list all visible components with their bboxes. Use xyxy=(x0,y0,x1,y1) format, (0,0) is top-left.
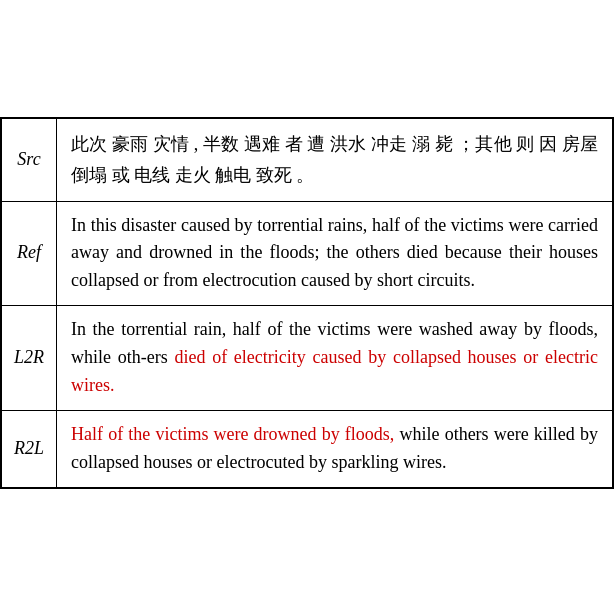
table-row: RefIn this disaster caused by torrential… xyxy=(1,201,613,306)
row-label-text-ref: Ref xyxy=(17,242,41,262)
row-label-text-l2r: L2R xyxy=(14,347,44,367)
row-content-ref: In this disaster caused by torrential ra… xyxy=(57,201,613,306)
row-label-l2r: L2R xyxy=(1,306,57,411)
row-label-text-src: Src xyxy=(17,149,40,169)
table-row: Src此次 豪雨 灾情 , 半数 遇难 者 遭 洪水 冲走 溺 毙 ；其他 则 … xyxy=(1,118,613,201)
main-table-container: Src此次 豪雨 灾情 , 半数 遇难 者 遭 洪水 冲走 溺 毙 ；其他 则 … xyxy=(0,117,614,488)
row-content-src: 此次 豪雨 灾情 , 半数 遇难 者 遭 洪水 冲走 溺 毙 ；其他 则 因 房… xyxy=(57,118,613,201)
row-label-ref: Ref xyxy=(1,201,57,306)
row-label-text-r2l: R2L xyxy=(14,438,44,458)
comparison-table: Src此次 豪雨 灾情 , 半数 遇难 者 遭 洪水 冲走 溺 毙 ；其他 则 … xyxy=(0,117,614,488)
row-label-r2l: R2L xyxy=(1,410,57,487)
row-label-src: Src xyxy=(1,118,57,201)
row-content-l2r: In the torrential rain, half of the vict… xyxy=(57,306,613,411)
highlighted-text-r2l-0: Half of the victims were drowned by floo… xyxy=(71,424,394,444)
highlighted-text-l2r-1: died of electricity caused by collapsed … xyxy=(71,347,598,395)
row-content-r2l: Half of the victims were drowned by floo… xyxy=(57,410,613,487)
table-row: R2LHalf of the victims were drowned by f… xyxy=(1,410,613,487)
table-row: L2RIn the torrential rain, half of the v… xyxy=(1,306,613,411)
